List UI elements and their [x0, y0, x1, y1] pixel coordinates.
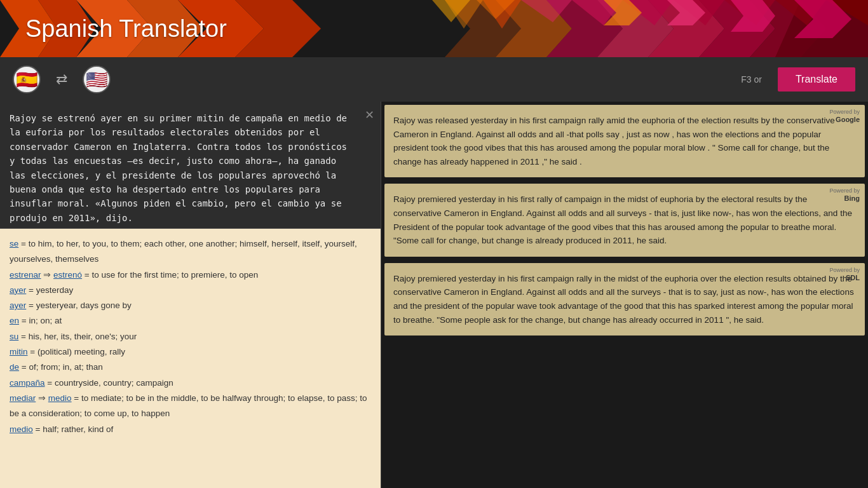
dict-word[interactable]: mediar	[10, 393, 36, 403]
dict-entry: de = of; from; in, at; than	[10, 360, 371, 375]
dict-entry: campaña = countryside, country; campaign	[10, 376, 371, 391]
dict-definition: = yesterday	[26, 285, 73, 295]
powered-label-text: Powered by	[829, 267, 860, 274]
dict-word[interactable]: su	[10, 332, 18, 341]
dictionary-panel: se = to him, to her, to you, to them; ea…	[0, 229, 381, 488]
app-title: Spanish Translator	[25, 15, 227, 43]
dict-word-inflected[interactable]: estrenó	[53, 270, 82, 280]
dict-word[interactable]: mitin	[10, 347, 28, 356]
target-language-button[interactable]: 🇺🇸	[83, 65, 111, 93]
clear-icon: ✕	[365, 109, 374, 121]
dict-definition: = (political) meeting, rally	[28, 347, 125, 356]
us-flag-icon: 🇺🇸	[86, 69, 108, 90]
powered-by-label: Powered by Bing	[829, 187, 860, 203]
dict-word[interactable]: estrenar	[10, 270, 41, 280]
powered-by-label: Powered by SDL	[829, 267, 860, 282]
dict-entry: ayer = yesteryear, days gone by	[10, 298, 371, 313]
translated-text: Rajoy premiered yesterday in his first r…	[393, 194, 852, 245]
shortcut-hint: F3 or	[741, 74, 762, 85]
dict-word[interactable]: campaña	[10, 378, 45, 388]
dict-definition: = of; from; in, at; than	[19, 362, 103, 372]
dict-word[interactable]: ayer	[10, 301, 26, 310]
dict-arrow: ⇒	[43, 270, 51, 280]
translated-text: Rajoy premiered yesterday in his first c…	[393, 274, 854, 325]
dict-entry: mediar ⇒ medio = to mediate; to be in th…	[10, 391, 371, 422]
service-name: SDL	[829, 274, 860, 282]
left-panel: ✕ se = to him, to her, to you, to them; …	[0, 102, 381, 488]
app-header: Spanish Translator	[0, 0, 868, 57]
dict-definition: = to use for the first time; to premiere…	[82, 270, 258, 280]
swap-languages-button[interactable]: ⇄	[50, 68, 73, 91]
dict-definition: = half; rather, kind of	[33, 424, 113, 434]
translated-text: Rajoy was released yesterday in his firs…	[393, 116, 835, 166]
dict-entry: en = in; on; at	[10, 313, 371, 329]
swap-icon: ⇄	[56, 71, 67, 88]
dict-entry: medio = half; rather, kind of	[10, 422, 371, 437]
service-name: Bing	[829, 194, 860, 203]
dict-word[interactable]: medio	[10, 424, 33, 434]
dict-definition: = his, her, its, their, one's; your	[18, 332, 137, 341]
dict-word-inflected[interactable]: medio	[48, 393, 72, 403]
dict-entry: ayer = yesterday	[10, 283, 371, 298]
dict-word[interactable]: de	[10, 362, 19, 372]
dict-word[interactable]: ayer	[10, 285, 26, 295]
translation-card: Powered by Bing Rajoy premiered yesterda…	[384, 184, 865, 256]
powered-label-text: Powered by	[829, 109, 860, 116]
translate-button[interactable]: Translate	[778, 67, 855, 92]
dict-definition: = countryside, country; campaign	[45, 378, 173, 388]
translation-card: Powered by Google Rajoy was released yes…	[384, 105, 865, 177]
translation-card: Powered by SDL Rajoy premiered yesterday…	[384, 263, 865, 336]
dict-definition: = to him, to her, to you, to them; each …	[10, 239, 357, 264]
dict-arrow: ⇒	[38, 393, 46, 403]
dict-entry: se = to him, to her, to you, to them; ea…	[10, 236, 371, 268]
spanish-flag-icon: 🇪🇸	[16, 69, 38, 90]
dict-entry: su = his, her, its, their, one's; your	[10, 329, 371, 344]
dict-entry: mitin = (political) meeting, rally	[10, 344, 371, 360]
service-name: Google	[829, 116, 860, 124]
dict-word[interactable]: se	[10, 239, 18, 248]
dict-definition: = yesteryear, days gone by	[26, 301, 131, 310]
dict-entry: estrenar ⇒ estrenó = to use for the firs…	[10, 268, 371, 283]
source-language-button[interactable]: 🇪🇸	[13, 65, 41, 93]
input-area: ✕	[0, 102, 381, 229]
source-text-input[interactable]	[0, 102, 381, 228]
powered-by-label: Powered by Google	[829, 109, 860, 124]
toolbar: 🇪🇸 ⇄ 🇺🇸 F3 or Translate	[0, 57, 868, 102]
translations-panel: Powered by Google Rajoy was released yes…	[381, 102, 868, 488]
dict-word[interactable]: en	[10, 316, 19, 325]
dict-definition: = in; on; at	[19, 316, 62, 325]
main-content: ✕ se = to him, to her, to you, to them; …	[0, 102, 868, 488]
powered-label-text: Powered by	[829, 187, 860, 194]
clear-button[interactable]: ✕	[365, 108, 374, 122]
